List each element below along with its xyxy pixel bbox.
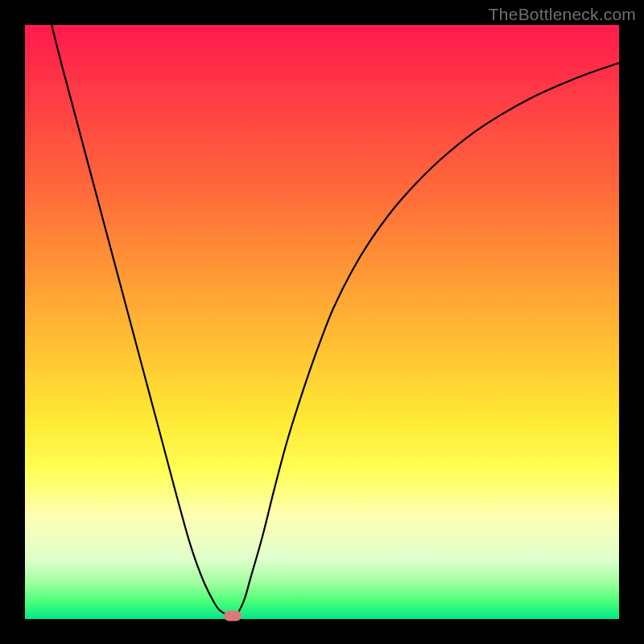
watermark-text: TheBottleneck.com [489, 5, 636, 24]
chart-frame: TheBottleneck.com [0, 0, 644, 644]
bottleneck-curve [25, 25, 619, 619]
minimum-marker [224, 610, 242, 621]
